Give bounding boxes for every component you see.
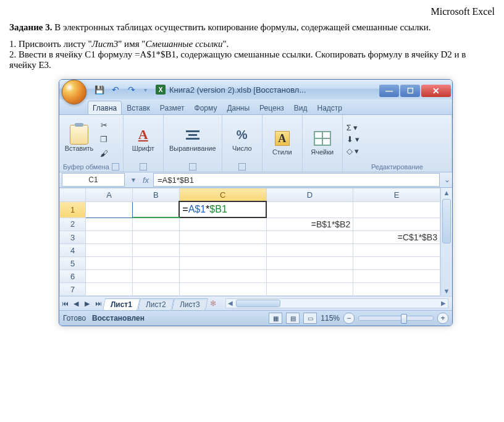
paste-button[interactable]: Вставить (63, 126, 95, 152)
sheet-tab-1[interactable]: Лист1 (103, 298, 140, 310)
tab-insert[interactable]: Вставк (122, 101, 155, 114)
hscroll-thumb[interactable] (236, 300, 280, 307)
formula-input[interactable]: =A$1*$B1 (153, 173, 440, 187)
add-sheet-button[interactable]: ✻ (207, 299, 219, 308)
qat-dropdown[interactable]: ▾ (141, 87, 149, 93)
tab-data[interactable]: Данны (222, 101, 254, 114)
fx-button[interactable]: fx (140, 174, 152, 186)
sheet-nav-first[interactable]: ⏮ (59, 298, 70, 309)
excel-window: 💾 ↶ ↷ ▾ X Книга2 (version 2).xlsb [Восст… (59, 79, 453, 326)
status-mode: Восстановлен (92, 314, 145, 323)
row-header-3[interactable]: 3 (60, 231, 86, 244)
cell-e3[interactable]: =C$1*$B3 (353, 231, 440, 244)
sheet-nav-prev[interactable]: ◀ (70, 298, 82, 309)
align-dialog-icon[interactable] (189, 163, 196, 171)
format-painter-button[interactable]: 🖌 (98, 148, 110, 160)
fill-button[interactable]: ⬇ ▾ (346, 135, 360, 144)
tab-home[interactable]: Главна (88, 101, 122, 114)
row-header-1[interactable]: 1 (60, 201, 86, 217)
cut-button[interactable]: ✂ (98, 119, 110, 132)
scroll-up-icon[interactable]: ▲ (441, 188, 452, 198)
group-number: % Число (222, 115, 262, 172)
view-break-button[interactable]: ▭ (303, 313, 317, 324)
col-header-d[interactable]: D (266, 188, 353, 202)
namebox-dropdown[interactable]: ▾ (127, 174, 140, 186)
clipboard-dialog-icon[interactable] (112, 163, 119, 171)
minimize-button[interactable]: — (379, 85, 399, 97)
vertical-scrollbar[interactable]: ▲ ▼ (440, 188, 452, 296)
cell-e1[interactable] (353, 201, 440, 217)
row-header-6[interactable]: 6 (60, 270, 86, 283)
select-all-corner[interactable] (60, 188, 86, 202)
styles-button[interactable]: Стили (266, 130, 298, 156)
scroll-thumb[interactable] (442, 199, 451, 243)
group-clipboard: Вставить ✂ ❐ 🖌 Буфер обмена (59, 115, 124, 172)
row-header-4[interactable]: 4 (60, 244, 86, 257)
horizontal-scrollbar[interactable]: ◀ ▶ (225, 298, 448, 308)
tab-view[interactable]: Вид (289, 101, 313, 114)
zoom-slider[interactable] (358, 316, 434, 321)
font-dialog-icon[interactable] (140, 163, 147, 171)
align-icon (186, 130, 200, 140)
cell-a1[interactable] (86, 201, 133, 217)
cell-b3[interactable] (133, 231, 180, 244)
tab-formulas[interactable]: Форму (190, 101, 222, 114)
sheet-tab-3[interactable]: Лист3 (172, 298, 208, 310)
cell-c1[interactable]: =A$1*$B1 (179, 201, 266, 217)
col-header-c[interactable]: C (179, 188, 266, 202)
maximize-button[interactable]: ☐ (400, 85, 420, 97)
close-button[interactable]: ✕ (421, 85, 451, 97)
cell-e2[interactable] (353, 217, 440, 231)
number-dialog-icon[interactable] (238, 163, 246, 171)
cell-c2[interactable] (179, 217, 266, 231)
window-title: Книга2 (version 2).xlsb [Восстановл... (169, 85, 379, 95)
excel-icon: X (156, 85, 166, 95)
copy-button[interactable]: ❐ (98, 133, 110, 146)
tab-addins[interactable]: Надстр (313, 101, 348, 114)
status-ready: Готово (63, 314, 86, 323)
cell-b2[interactable] (133, 217, 180, 231)
col-header-a[interactable]: A (86, 188, 133, 202)
view-layout-button[interactable]: ▤ (286, 313, 300, 324)
office-button[interactable] (62, 80, 86, 104)
percent-icon: % (237, 128, 248, 142)
scroll-right-icon[interactable]: ▶ (439, 299, 448, 306)
scroll-left-icon[interactable]: ◀ (226, 299, 235, 306)
cell-a3[interactable] (86, 231, 133, 244)
zoom-in-button[interactable]: + (437, 313, 448, 324)
sheet-nav-last[interactable]: ⏭ (93, 298, 104, 309)
font-icon: A (138, 127, 148, 143)
autosum-button[interactable]: Σ ▾ (346, 123, 358, 132)
font-button[interactable]: A Шрифт (127, 126, 159, 152)
formula-bar: C1 ▾ ✕ fx =A$1*$B1 ⌄ (59, 172, 452, 188)
view-normal-button[interactable]: ▦ (269, 313, 282, 324)
zoom-knob[interactable] (401, 314, 407, 324)
number-button[interactable]: % Число (226, 126, 258, 152)
tab-review[interactable]: Реценз (254, 101, 289, 114)
formula-expand-icon[interactable]: ⌄ (442, 175, 452, 184)
sheet-nav-next[interactable]: ▶ (82, 298, 93, 309)
row-header-7[interactable]: 7 (60, 283, 86, 296)
cell-b1[interactable] (133, 201, 180, 217)
alignment-button[interactable]: Выравнивание (167, 126, 218, 152)
save-button[interactable]: 💾 (93, 83, 106, 96)
col-header-e[interactable]: E (353, 188, 440, 202)
redo-button[interactable]: ↷ (125, 83, 138, 96)
cell-c3[interactable] (179, 231, 266, 244)
cell-d3[interactable] (266, 231, 353, 244)
col-header-b[interactable]: B (133, 188, 180, 202)
row-header-5[interactable]: 5 (60, 257, 86, 270)
tab-layout[interactable]: Размет (155, 101, 190, 114)
cell-d1[interactable] (266, 201, 353, 217)
name-box[interactable]: C1 (62, 173, 125, 187)
cells-button[interactable]: Ячейки (306, 130, 338, 156)
scroll-down-icon[interactable]: ▼ (441, 286, 452, 296)
zoom-out-button[interactable]: − (343, 313, 355, 324)
sheet-tab-2[interactable]: Лист2 (138, 298, 174, 310)
cell-a2[interactable] (86, 217, 133, 231)
row-header-2[interactable]: 2 (60, 217, 86, 231)
undo-button[interactable]: ↶ (109, 83, 122, 96)
spreadsheet-grid[interactable]: A B C D E 1 =A$1*$B1 2 (59, 188, 440, 296)
clear-button[interactable]: ◇ ▾ (346, 146, 359, 156)
cell-d2[interactable]: =B$1*$B2 (266, 217, 353, 231)
